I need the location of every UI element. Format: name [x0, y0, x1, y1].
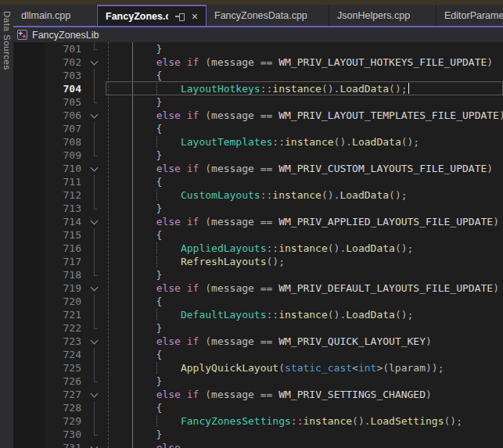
- tab-fancyzonesdata-cpp[interactable]: FancyZonesData.cpp: [207, 5, 329, 26]
- chevron-down-icon[interactable]: [91, 163, 99, 171]
- code-text[interactable]: else: [107, 441, 503, 448]
- code-line[interactable]: 731 else: [13, 441, 503, 448]
- code-text[interactable]: {: [107, 175, 503, 188]
- fold-margin[interactable]: [81, 215, 107, 228]
- code-token: [107, 442, 156, 448]
- code-line[interactable]: 712 CustomLayouts::instance().LoadData()…: [13, 188, 503, 202]
- tab-jsonhelpers-cpp[interactable]: JsonHelpers.cpp: [329, 5, 437, 26]
- code-text[interactable]: else if (message == WM_PRIV_DEFAULT_LAYO…: [107, 281, 503, 295]
- chevron-down-icon[interactable]: [91, 283, 99, 291]
- fold-margin[interactable]: [81, 281, 107, 295]
- code-text[interactable]: }: [107, 428, 503, 441]
- code-line[interactable]: 729 FancyZonesSettings::instance().LoadS…: [13, 414, 503, 428]
- code-text[interactable]: }: [107, 321, 503, 335]
- code-text[interactable]: {: [107, 69, 503, 82]
- code-text[interactable]: }: [107, 149, 503, 162]
- code-text[interactable]: else if (message == WM_PRIV_SETTINGS_CHA…: [107, 388, 503, 401]
- fold-margin[interactable]: [81, 162, 107, 175]
- code-token: }: [107, 96, 162, 108]
- fold-margin: [81, 375, 107, 388]
- code-line[interactable]: 710 else if (message == WM_PRIV_CUSTOM_L…: [13, 162, 503, 175]
- code-text[interactable]: {: [107, 295, 503, 308]
- code-line[interactable]: 714 else if (message == WM_PRIV_APPLIED_…: [13, 215, 503, 228]
- code-text[interactable]: LayoutTemplates::instance().LoadData();: [107, 135, 503, 149]
- close-icon[interactable]: ×: [192, 12, 198, 21]
- code-line[interactable]: 702 else if (message == WM_PRIV_LAYOUT_H…: [13, 56, 503, 69]
- code-text[interactable]: {: [107, 401, 503, 414]
- code-token: {: [107, 296, 162, 307]
- code-token: LoadData: [346, 309, 395, 321]
- code-text[interactable]: }: [107, 202, 503, 215]
- tool-window-tab-data-sources[interactable]: Data Sources: [0, 5, 13, 448]
- indent-guide: [156, 242, 157, 254]
- fold-margin[interactable]: [81, 335, 107, 348]
- tab-fancyzones-cpp[interactable]: FancyZones.cpp×: [97, 5, 207, 26]
- code-line[interactable]: 719 else if (message == WM_PRIV_DEFAULT_…: [13, 281, 503, 295]
- code-line[interactable]: 727 else if (message == WM_PRIV_SETTINGS…: [13, 388, 503, 401]
- code-token: ): [487, 163, 493, 174]
- code-text[interactable]: else if (message == WM_PRIV_CUSTOM_LAYOU…: [107, 162, 503, 175]
- breadcrumb[interactable]: ++ FancyZonesLib: [13, 27, 503, 42]
- fold-margin[interactable]: [81, 56, 107, 69]
- code-line[interactable]: 730 }: [13, 428, 503, 441]
- code-line[interactable]: 721 DefaultLayouts::instance().LoadData(…: [13, 308, 503, 321]
- code-text[interactable]: {: [107, 122, 503, 135]
- code-line[interactable]: 718 }: [13, 268, 503, 281]
- tab-dllmain-cpp[interactable]: dllmain.cpp: [13, 5, 97, 26]
- chevron-down-icon[interactable]: [91, 389, 99, 397]
- tab-editorparamete[interactable]: EditorParamete: [437, 5, 503, 26]
- code-line[interactable]: 717 RefreshLayouts();: [13, 255, 503, 268]
- breadcrumb-project-label[interactable]: FancyZonesLib: [32, 30, 99, 41]
- fold-margin[interactable]: [81, 109, 107, 122]
- code-text[interactable]: LayoutHotkeys::instance().LoadData();: [107, 82, 503, 95]
- code-text[interactable]: else if (message == WM_PRIV_QUICK_LAYOUT…: [107, 335, 503, 348]
- code-text[interactable]: {: [107, 228, 503, 242]
- code-text[interactable]: }: [107, 375, 503, 388]
- code-text[interactable]: AppliedLayouts::instance().LoadData();: [107, 242, 503, 255]
- code-text[interactable]: }: [107, 268, 503, 281]
- code-text[interactable]: else if (message == WM_PRIV_LAYOUT_TEMPL…: [107, 109, 503, 122]
- code-line[interactable]: 715 {: [13, 228, 503, 242]
- pin-icon[interactable]: [175, 12, 185, 21]
- code-line[interactable]: 703 {: [13, 69, 503, 82]
- code-token: WM_PRIV_SETTINGS_CHANGED: [278, 389, 426, 400]
- code-line[interactable]: 704 LayoutHotkeys::instance().LoadData()…: [13, 82, 503, 95]
- chevron-down-icon[interactable]: [91, 110, 99, 118]
- code-token: {: [107, 70, 162, 81]
- code-line[interactable]: 726 }: [13, 375, 503, 388]
- chevron-down-icon[interactable]: [91, 217, 99, 224]
- fold-extent-line: [94, 175, 95, 188]
- code-text[interactable]: else if (message == WM_PRIV_LAYOUT_HOTKE…: [107, 56, 503, 69]
- code-line[interactable]: 713 }: [13, 202, 503, 215]
- code-line[interactable]: 723 else if (message == WM_PRIV_QUICK_LA…: [13, 335, 503, 348]
- code-editor[interactable]: 701 }702 else if (message == WM_PRIV_LAY…: [13, 42, 503, 448]
- chevron-down-icon[interactable]: [91, 336, 99, 344]
- code-line[interactable]: 720 {: [13, 295, 503, 308]
- chevron-down-icon[interactable]: [91, 57, 99, 65]
- code-text[interactable]: DefaultLayouts::instance().LoadData();: [107, 308, 503, 321]
- chevron-down-icon[interactable]: [91, 443, 99, 448]
- code-text[interactable]: FancyZonesSettings::instance().LoadSetti…: [107, 414, 503, 428]
- code-text[interactable]: RefreshLayouts();: [107, 255, 503, 268]
- code-text[interactable]: else if (message == WM_PRIV_APPLIED_LAYO…: [107, 215, 503, 228]
- code-text[interactable]: CustomLayouts::instance().LoadData();: [107, 188, 503, 202]
- code-line[interactable]: 708 LayoutTemplates::instance().LoadData…: [13, 135, 503, 149]
- code-line[interactable]: 728 {: [13, 401, 503, 414]
- code-text[interactable]: {: [107, 348, 503, 361]
- code-line[interactable]: 716 AppliedLayouts::instance().LoadData(…: [13, 242, 503, 255]
- code-text[interactable]: ApplyQuickLayout(static_cast<int>(lparam…: [107, 361, 503, 375]
- code-line[interactable]: 709 }: [13, 149, 503, 162]
- indent-guide: [156, 83, 157, 95]
- code-text[interactable]: }: [107, 42, 503, 56]
- code-line[interactable]: 711 {: [13, 175, 503, 188]
- code-line[interactable]: 722 }: [13, 321, 503, 335]
- fold-margin[interactable]: [81, 441, 107, 448]
- fold-margin[interactable]: [81, 388, 107, 401]
- code-line[interactable]: 725 ApplyQuickLayout(static_cast<int>(lp…: [13, 361, 503, 375]
- code-line[interactable]: 706 else if (message == WM_PRIV_LAYOUT_T…: [13, 109, 503, 122]
- code-line[interactable]: 707 {: [13, 122, 503, 135]
- code-line[interactable]: 701 }: [13, 42, 503, 56]
- code-text[interactable]: }: [107, 95, 503, 109]
- code-line[interactable]: 724 {: [13, 348, 503, 361]
- code-line[interactable]: 705 }: [13, 95, 503, 109]
